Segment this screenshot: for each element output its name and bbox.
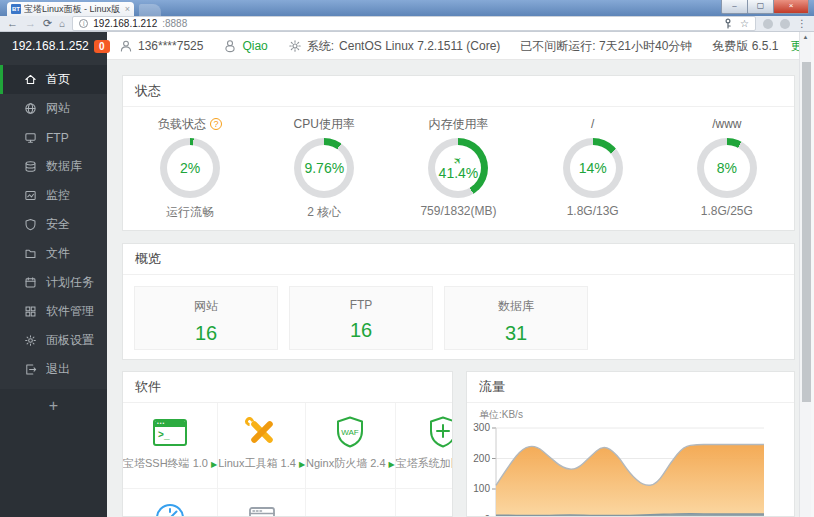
software-panel-title: 软件 [123, 372, 452, 403]
system-value: CentOS Linux 7.2.1511 (Core) [339, 39, 500, 53]
app-system-hardening[interactable]: 宝塔系统加固 1.3 ▶ [396, 403, 453, 489]
svg-text:0: 0 [484, 514, 490, 517]
sidebar-item-logout[interactable]: 退出 [0, 355, 107, 384]
sidebar-item-label: 软件管理 [46, 303, 94, 320]
sidebar-item-ftp[interactable]: FTP [0, 123, 107, 152]
reload-icon[interactable]: ⟳ [43, 18, 52, 29]
sidebar-item-security[interactable]: 安全 [0, 210, 107, 239]
qq-contact[interactable]: Qiao [223, 39, 267, 53]
gauge-value: 41.4% [439, 166, 479, 181]
browser-tab[interactable]: BT 宝塔Linux面板 - Linux版 × [7, 2, 134, 16]
gauge-label: / [591, 117, 594, 131]
sidebar-item-settings[interactable]: 面板设置 [0, 326, 107, 355]
gauge-ring: ✈ 41.4% [428, 138, 488, 198]
browser-window: BT 宝塔Linux面板 - Linux版 × – ▢ × ← → ⟳ ⌂ i … [0, 0, 814, 517]
overview-cards: 网站 16 FTP 16 数据库 31 [123, 275, 794, 360]
dashboard-icon [153, 501, 187, 517]
card-label: 数据库 [445, 298, 587, 315]
card-ftp[interactable]: FTP 16 [289, 286, 433, 350]
close-window-button[interactable]: × [773, 0, 809, 14]
sidebar-item-home[interactable]: 首页 [0, 65, 107, 94]
version-text: 免费版 6.5.1 [712, 38, 778, 55]
app-name: 宝塔系统加固 1.3 [396, 457, 453, 469]
app-name: Linux工具箱 1.4 [218, 457, 296, 469]
gauge-sublabel: 1.8G/13G [526, 204, 660, 218]
sidebar-item-files[interactable]: 文件 [0, 239, 107, 268]
app-nginx-waf[interactable]: WAF Nginx防火墙 2.4 ▶ [306, 403, 396, 489]
gauge-ring: 9.76% [294, 138, 354, 198]
maximize-button[interactable]: ▢ [747, 0, 774, 14]
tools-icon [245, 417, 279, 447]
software-grid: ••• >_ 宝塔SSH终端 1.0 ▶ Linux工具箱 1.4 ▶ WAF [123, 403, 452, 517]
gauge-disk-www: /www 8% 1.8G/25G [660, 116, 794, 221]
gauge-memory: 内存使用率 ✈ 41.4% 759/1832(MB) [391, 116, 525, 221]
gauge-cpu: CPU使用率 9.76% 2 核心 [257, 116, 391, 221]
logout-icon [24, 363, 37, 376]
system-label: 系统: [307, 38, 334, 55]
key-icon[interactable] [723, 18, 733, 29]
url-input[interactable]: i 192.168.1.212 :8888 ☆ [72, 16, 756, 31]
card-websites[interactable]: 网站 16 [134, 286, 278, 350]
sidebar-item-monitor[interactable]: 监控 [0, 181, 107, 210]
back-icon[interactable]: ← [7, 18, 18, 29]
sidebar-item-label: 计划任务 [46, 274, 94, 291]
gauge-sublabel: 运行流畅 [123, 204, 257, 221]
user-icon [119, 39, 133, 53]
card-databases[interactable]: 数据库 31 [444, 286, 588, 350]
topbar-main: 136****7525 Qiao 系统: CentOS L [107, 32, 799, 60]
svg-text:200: 200 [473, 453, 490, 464]
tab-close-icon[interactable]: × [125, 5, 130, 14]
app-ssh-terminal[interactable]: ••• >_ 宝塔SSH终端 1.0 ▶ [123, 403, 218, 489]
sidebar-item-cron[interactable]: 计划任务 [0, 268, 107, 297]
sidebar-item-database[interactable]: 数据库 [0, 152, 107, 181]
minimize-button[interactable]: – [721, 0, 748, 14]
sidebar-item-label: 文件 [46, 245, 70, 262]
database-icon [24, 160, 37, 173]
browser-menu-icon[interactable]: ⋮ [797, 19, 807, 29]
window-controls: – ▢ × [722, 0, 809, 14]
server-ip-block[interactable]: 192.168.1.252 0 [0, 32, 107, 60]
home-nav-icon[interactable]: ⌂ [59, 19, 65, 29]
sidebar-add-button[interactable]: + [0, 389, 107, 517]
account-phone[interactable]: 136****7525 [119, 39, 203, 53]
sidebar-item-label: 网站 [46, 100, 70, 117]
gauge-ring: 8% [697, 138, 757, 198]
gauge-label: CPU使用率 [294, 116, 355, 133]
info-icon[interactable]: i [79, 19, 88, 28]
gauge-sublabel: 2 核心 [257, 204, 391, 221]
sidebar-item-website[interactable]: 网站 [0, 94, 107, 123]
app-dashboard[interactable] [123, 489, 218, 517]
status-panel-title: 状态 [123, 76, 794, 107]
sidebar-item-label: FTP [46, 131, 69, 145]
play-icon: ▶ [299, 460, 305, 469]
forward-icon[interactable]: → [25, 18, 36, 29]
card-value: 31 [445, 322, 587, 345]
help-icon[interactable]: ? [210, 118, 222, 130]
gauge-ring: 2% [160, 138, 220, 198]
app-linux-toolbox[interactable]: Linux工具箱 1.4 ▶ [218, 403, 306, 489]
new-tab-button[interactable] [139, 4, 161, 16]
server-ip: 192.168.1.252 [12, 39, 89, 53]
shield-plus-icon [426, 415, 453, 449]
gauge-ring: 14% [563, 138, 623, 198]
traffic-panel-title: 流量 [467, 372, 794, 403]
scrollbar[interactable]: ▲ [799, 32, 811, 517]
qq-name: Qiao [242, 39, 267, 53]
bt-favicon-icon: BT [11, 4, 21, 14]
bookmark-star-icon[interactable]: ☆ [740, 19, 749, 29]
terminal-icon: ••• >_ [153, 419, 187, 446]
extension-icon[interactable] [763, 19, 773, 29]
gauge-label: /www [712, 117, 741, 131]
task-calendar-icon [24, 276, 37, 289]
app-name: 宝塔SSH终端 1.0 [123, 457, 208, 469]
extension-icon[interactable] [780, 19, 790, 29]
apps-grid-icon [24, 305, 37, 318]
gauge-sublabel: 759/1832(MB) [391, 204, 525, 218]
app-server-tool[interactable] [218, 489, 306, 517]
scrollbar-thumb[interactable] [802, 62, 811, 402]
scrollbar-up-arrow-icon[interactable]: ▲ [800, 32, 811, 43]
qq-icon [223, 39, 237, 53]
gauges-row: 负载状态? 2% 运行流畅 CPU使用率 9.76% 2 核心 内存使用率 ✈ [123, 107, 794, 221]
sidebar-item-software[interactable]: 软件管理 [0, 297, 107, 326]
card-label: 网站 [135, 298, 277, 315]
